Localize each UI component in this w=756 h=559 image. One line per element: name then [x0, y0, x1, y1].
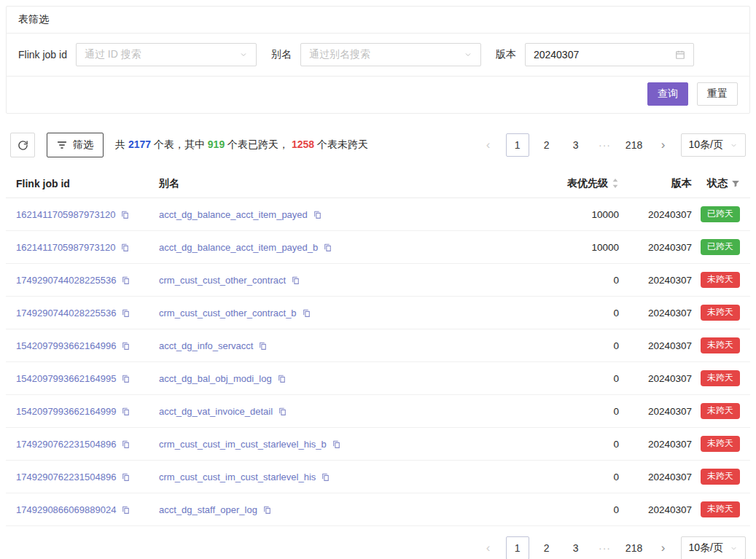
- priority-cell: 0: [531, 340, 619, 351]
- header-flink-job-id: Flink job id: [6, 178, 159, 189]
- copy-icon[interactable]: [258, 341, 268, 351]
- alias-link[interactable]: acct_dg_balance_acct_item_payed_b: [159, 242, 318, 253]
- copy-icon[interactable]: [278, 407, 287, 416]
- query-button[interactable]: 查询: [647, 82, 688, 106]
- copy-icon[interactable]: [120, 243, 130, 252]
- priority-cell: 0: [531, 373, 619, 384]
- alias-select[interactable]: 通过别名搜索: [300, 43, 481, 66]
- page-button-3[interactable]: 3: [564, 133, 588, 157]
- next-page-button[interactable]: ›: [652, 536, 675, 559]
- copy-icon[interactable]: [121, 439, 130, 449]
- copy-icon[interactable]: [120, 210, 130, 219]
- alias-link[interactable]: crm_cust_cust_im_cust_starlevel_his_b: [159, 439, 327, 450]
- flink-job-id-select[interactable]: 通过 ID 搜索: [76, 43, 257, 66]
- status-badge: 未跨天: [701, 305, 740, 321]
- alias-cell: acct_dg_bal_obj_modi_log: [159, 373, 531, 384]
- copy-icon[interactable]: [313, 210, 322, 219]
- status-badge: 未跨天: [701, 501, 740, 517]
- page-button-1[interactable]: 1: [506, 133, 529, 157]
- page-button-218[interactable]: 218: [623, 536, 646, 559]
- table-row: 1621411705987973120 acct_dg_balance_acct…: [6, 198, 750, 231]
- id-cell: 1542097993662164999: [6, 406, 159, 417]
- copy-icon[interactable]: [121, 374, 130, 383]
- page-ellipsis: ···: [593, 536, 617, 559]
- prev-page-button[interactable]: ‹: [477, 536, 500, 559]
- prev-page-button[interactable]: ‹: [477, 133, 500, 157]
- chevron-down-icon: [464, 50, 472, 59]
- table-row: 1749290744028225536 crm_cust_cust_other_…: [6, 264, 750, 297]
- copy-icon[interactable]: [277, 374, 287, 383]
- copy-icon[interactable]: [302, 308, 311, 318]
- filter-panel-title: 表筛选: [7, 7, 749, 34]
- copy-icon[interactable]: [121, 407, 130, 416]
- status-badge: 未跨天: [701, 370, 740, 386]
- flink-job-id-link[interactable]: 1542097993662164995: [16, 373, 116, 384]
- copy-icon[interactable]: [121, 308, 130, 318]
- flink-job-id-link[interactable]: 1621411705987973120: [16, 242, 115, 253]
- copy-icon[interactable]: [262, 505, 272, 515]
- alias-link[interactable]: acct_dg_balance_acct_item_payed: [159, 209, 308, 220]
- filter-actions: 查询 重置: [7, 77, 749, 113]
- status-cell: 未跨天: [692, 469, 750, 485]
- page-size-select[interactable]: 10条/页: [681, 133, 746, 157]
- results-toolbar: 筛选 共 2177 个表，其中 919 个表已跨天， 1258 个表未跨天 ‹1…: [6, 133, 750, 157]
- alias-link[interactable]: acct_dg_bal_obj_modi_log: [159, 373, 272, 384]
- header-priority[interactable]: 表优先级: [531, 177, 619, 190]
- status-cell: 未跨天: [692, 370, 750, 386]
- page-ellipsis: ···: [593, 133, 617, 157]
- refresh-button[interactable]: [10, 133, 35, 157]
- copy-icon[interactable]: [323, 243, 332, 252]
- id-cell: 1749290866069889024: [6, 504, 159, 515]
- summary-crossed: 919: [208, 138, 225, 150]
- alias-link[interactable]: acct_dg_vat_invoice_detail: [159, 406, 273, 417]
- page-button-3[interactable]: 3: [564, 536, 588, 559]
- table-row: 1542097993662164996 acct_dg_info_servacc…: [6, 329, 750, 362]
- table-row: 1749290744028225536 crm_cust_cust_other_…: [6, 297, 750, 329]
- copy-icon[interactable]: [121, 275, 130, 285]
- flink-job-id-link[interactable]: 1749290762231504896: [16, 472, 116, 482]
- flink-job-id-link[interactable]: 1749290744028225536: [16, 275, 116, 286]
- page-size-select[interactable]: 10条/页: [681, 536, 746, 559]
- header-alias: 别名: [159, 177, 531, 190]
- header-status[interactable]: 状态: [692, 177, 750, 190]
- status-badge: 未跨天: [701, 436, 740, 452]
- flink-job-id-link[interactable]: 1749290866069889024: [16, 504, 116, 515]
- alias-cell: acct_dg_info_servacct: [159, 340, 531, 351]
- alias-link[interactable]: crm_cust_cust_im_cust_starlevel_his: [159, 472, 316, 482]
- flink-job-id-link[interactable]: 1542097993662164999: [16, 406, 116, 417]
- alias-link[interactable]: acct_dg_staff_oper_log: [159, 504, 257, 515]
- page-button-218[interactable]: 218: [623, 133, 646, 157]
- next-page-button[interactable]: ›: [652, 133, 675, 157]
- pagination-bottom: ‹123···218›10条/页: [477, 536, 746, 559]
- table-body: 1621411705987973120 acct_dg_balance_acct…: [6, 198, 750, 526]
- page-button-2[interactable]: 2: [535, 536, 558, 559]
- table-row: 1542097993662164995 acct_dg_bal_obj_modi…: [6, 362, 750, 395]
- version-date-input[interactable]: 20240307: [525, 43, 694, 66]
- copy-icon[interactable]: [321, 472, 330, 482]
- copy-icon[interactable]: [121, 341, 130, 351]
- alias-link[interactable]: acct_dg_info_servacct: [159, 340, 253, 351]
- funnel-icon[interactable]: [731, 179, 740, 188]
- calendar-icon: [675, 50, 685, 60]
- page-button-2[interactable]: 2: [535, 133, 558, 157]
- alias-link[interactable]: crm_cust_cust_other_contract: [159, 275, 286, 286]
- flink-job-id-link[interactable]: 1749290744028225536: [16, 308, 116, 318]
- alias-cell: crm_cust_cust_im_cust_starlevel_his: [159, 472, 531, 482]
- status-cell: 已跨天: [692, 206, 750, 222]
- filter-toggle-button[interactable]: 筛选: [47, 133, 104, 157]
- page-button-1[interactable]: 1: [506, 536, 529, 559]
- flink-job-id-link[interactable]: 1749290762231504896: [16, 439, 116, 450]
- flink-job-id-link[interactable]: 1621411705987973120: [16, 209, 115, 220]
- copy-icon[interactable]: [121, 472, 130, 482]
- version-cell: 20240307: [619, 406, 692, 417]
- copy-icon[interactable]: [332, 439, 341, 449]
- priority-cell: 0: [531, 275, 619, 286]
- flink-job-id-link[interactable]: 1542097993662164996: [16, 340, 116, 351]
- copy-icon[interactable]: [291, 275, 300, 285]
- reset-button[interactable]: 重置: [697, 82, 738, 106]
- copy-icon[interactable]: [121, 505, 130, 515]
- alias-link[interactable]: crm_cust_cust_other_contract_b: [159, 308, 297, 318]
- flink-job-id-placeholder: 通过 ID 搜索: [85, 48, 141, 61]
- sort-icon[interactable]: [612, 178, 619, 189]
- header-version: 版本: [619, 177, 692, 190]
